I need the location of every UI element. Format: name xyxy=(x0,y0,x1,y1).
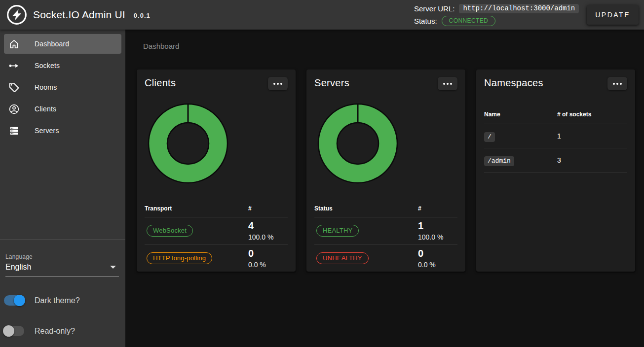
readonly-toggle[interactable] xyxy=(4,326,24,336)
table-row: HEALTHY 1 100.0 % xyxy=(314,217,457,244)
sidebar-item-label: Sockets xyxy=(35,62,60,69)
server-url-value: http://localhost:3000/admin xyxy=(459,4,579,13)
servers-card: Servers Status # HEALTHY 1 1 xyxy=(306,69,465,272)
namespace-name: / xyxy=(484,132,495,142)
header-connection-info: Server URL: http://localhost:3000/admin … xyxy=(414,3,644,27)
status-count: 1 xyxy=(418,220,457,232)
col-transport: Transport xyxy=(145,205,248,212)
clients-card: Clients Transport # WebSocket 4 xyxy=(137,69,296,272)
col-count: # xyxy=(418,205,457,212)
transport-count: 4 xyxy=(248,220,288,232)
ellipsis-icon xyxy=(443,83,445,85)
namespaces-card: Namespaces Name # of sockets / 1 /admin … xyxy=(476,69,635,272)
chevron-down-icon xyxy=(110,266,116,269)
clients-donut-chart xyxy=(148,103,228,184)
app-version: 0.0.1 xyxy=(134,10,151,19)
sidebar-item-servers[interactable]: Servers xyxy=(4,121,121,140)
connection-arrow-icon xyxy=(8,60,20,71)
table-row: UNHEALTHY 0 0.0 % xyxy=(314,244,457,272)
tag-icon xyxy=(8,81,20,93)
namespaces-card-menu-button[interactable] xyxy=(607,77,627,90)
transport-badge: WebSocket xyxy=(147,225,193,237)
clients-card-menu-button[interactable] xyxy=(268,77,288,90)
sidebar-item-clients[interactable]: Clients xyxy=(4,99,121,119)
sidebar-item-label: Rooms xyxy=(35,83,57,91)
status-row: Status: CONNECTED xyxy=(414,16,495,27)
servers-donut-chart xyxy=(317,103,398,184)
dashboard-cards: Clients Transport # WebSocket 4 xyxy=(137,69,635,272)
status-count: 0 xyxy=(418,248,457,259)
status-badge: HEALTHY xyxy=(316,225,359,237)
table-header: Transport # xyxy=(145,200,288,217)
app-title: Socket.IO Admin UI xyxy=(33,9,125,21)
status-badge: UNHEALTHY xyxy=(316,252,369,264)
language-label: Language xyxy=(5,253,119,260)
servers-status-table: Status # HEALTHY 1 100.0 % UNHEALTHY 0 0… xyxy=(314,200,457,272)
status-percent: 100.0 % xyxy=(418,233,457,241)
namespace-socket-count: 3 xyxy=(557,156,627,164)
dark-theme-label: Dark theme? xyxy=(35,296,80,305)
toggle-thumb xyxy=(14,295,25,306)
ellipsis-icon xyxy=(273,83,275,85)
table-row: / 1 xyxy=(484,124,627,148)
server-url-row: Server URL: http://localhost:3000/admin xyxy=(414,3,579,14)
main-content: Dashboard Clients Transport # WebSocket xyxy=(125,30,644,347)
update-button[interactable]: UPDATE xyxy=(587,5,639,25)
table-row: HTTP long-polling 0 0.0 % xyxy=(145,244,288,272)
app-header: Socket.IO Admin UI 0.0.1 Server URL: htt… xyxy=(0,0,644,30)
sidebar-settings-section: Language English Dark theme? Read-only? xyxy=(0,239,125,347)
namespace-name: /admin xyxy=(484,156,514,166)
server-stack-icon xyxy=(8,125,20,137)
table-row: /admin 3 xyxy=(484,148,627,173)
servers-card-menu-button[interactable] xyxy=(438,77,457,90)
table-header: Status # xyxy=(314,200,457,217)
status-percent: 0.0 % xyxy=(418,261,457,269)
sidebar-item-label: Clients xyxy=(35,105,56,113)
language-value: English xyxy=(5,263,31,272)
transport-percent: 100.0 % xyxy=(248,233,288,241)
sidebar-item-dashboard[interactable]: Dashboard xyxy=(4,34,121,54)
col-name: Name xyxy=(484,111,557,118)
home-icon xyxy=(8,38,20,50)
server-url-label: Server URL: xyxy=(414,4,455,13)
readonly-label: Read-only? xyxy=(35,327,75,336)
transport-count: 0 xyxy=(248,248,288,259)
server-info: Server URL: http://localhost:3000/admin … xyxy=(414,3,579,27)
table-header: Name # of sockets xyxy=(484,104,627,124)
col-count: # xyxy=(248,205,288,212)
ellipsis-icon xyxy=(613,83,615,85)
dark-theme-row: Dark theme? xyxy=(4,295,119,306)
col-sockets: # of sockets xyxy=(557,111,627,118)
header-brand: Socket.IO Admin UI 0.0.1 xyxy=(0,4,151,26)
sidebar: Dashboard Sockets Rooms Clients xyxy=(0,30,125,347)
toggle-thumb xyxy=(3,325,14,337)
namespaces-card-title: Namespaces xyxy=(484,77,543,89)
namespace-socket-count: 1 xyxy=(557,132,627,140)
transport-badge: HTTP long-polling xyxy=(147,252,212,264)
language-select[interactable]: English xyxy=(5,261,119,277)
transport-percent: 0.0 % xyxy=(248,261,288,269)
sidebar-item-rooms[interactable]: Rooms xyxy=(4,77,121,97)
breadcrumb: Dashboard xyxy=(143,42,179,50)
namespaces-table: Name # of sockets / 1 /admin 3 xyxy=(484,104,627,173)
status-badge: CONNECTED xyxy=(442,16,496,26)
sidebar-item-label: Servers xyxy=(35,127,59,135)
clients-card-title: Clients xyxy=(145,77,176,89)
dark-theme-toggle[interactable] xyxy=(4,295,24,306)
servers-card-title: Servers xyxy=(314,77,349,89)
readonly-row: Read-only? xyxy=(4,326,119,336)
sidebar-item-sockets[interactable]: Sockets xyxy=(4,56,121,75)
col-status: Status xyxy=(314,205,418,212)
socketio-logo-icon xyxy=(6,4,28,26)
person-circle-icon xyxy=(8,103,20,115)
clients-transport-table: Transport # WebSocket 4 100.0 % HTTP lon… xyxy=(145,200,288,272)
table-row: WebSocket 4 100.0 % xyxy=(145,217,288,244)
status-label: Status: xyxy=(414,17,437,25)
sidebar-item-label: Dashboard xyxy=(35,40,69,48)
